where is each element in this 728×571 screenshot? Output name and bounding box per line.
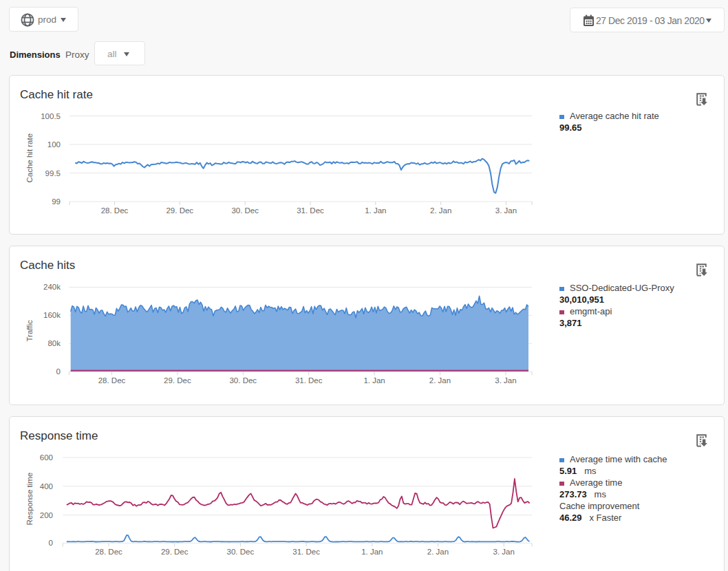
svg-text:1. Jan: 1. Jan xyxy=(361,548,383,556)
svg-text:30. Dec: 30. Dec xyxy=(229,376,257,385)
svg-text:600: 600 xyxy=(40,453,53,462)
svg-text:99.5: 99.5 xyxy=(45,169,61,177)
svg-text:Response time: Response time xyxy=(25,473,34,526)
svg-text:160k: 160k xyxy=(43,311,61,319)
svg-text:240k: 240k xyxy=(43,283,61,291)
svg-text:3. Jan: 3. Jan xyxy=(493,548,515,556)
svg-text:400: 400 xyxy=(40,482,53,491)
svg-text:100: 100 xyxy=(47,140,61,149)
svg-text:99: 99 xyxy=(52,197,61,206)
svg-text:1. Jan: 1. Jan xyxy=(365,206,386,215)
svg-text:3. Jan: 3. Jan xyxy=(495,376,516,385)
svg-text:29. Dec: 29. Dec xyxy=(166,206,193,215)
svg-text:29. Dec: 29. Dec xyxy=(164,376,191,385)
svg-text:2. Jan: 2. Jan xyxy=(429,376,451,385)
svg-text:Traffic: Traffic xyxy=(25,320,34,342)
svg-text:31. Dec: 31. Dec xyxy=(297,206,324,215)
svg-text:1. Jan: 1. Jan xyxy=(363,376,385,385)
svg-text:100.5: 100.5 xyxy=(41,112,61,120)
svg-text:29. Dec: 29. Dec xyxy=(161,548,189,556)
svg-text:Cache hit rate: Cache hit rate xyxy=(25,133,34,183)
svg-text:30. Dec: 30. Dec xyxy=(231,206,259,215)
svg-text:31. Dec: 31. Dec xyxy=(292,548,320,556)
svg-text:3. Jan: 3. Jan xyxy=(495,206,517,215)
svg-text:2. Jan: 2. Jan xyxy=(427,548,449,556)
svg-text:28. Dec: 28. Dec xyxy=(101,206,129,215)
svg-text:28. Dec: 28. Dec xyxy=(95,548,122,556)
svg-text:30. Dec: 30. Dec xyxy=(227,548,255,556)
svg-text:2. Jan: 2. Jan xyxy=(430,206,451,215)
svg-text:28. Dec: 28. Dec xyxy=(98,376,126,385)
svg-text:200: 200 xyxy=(40,511,53,519)
svg-text:0: 0 xyxy=(49,539,53,547)
svg-text:0: 0 xyxy=(56,367,61,376)
svg-text:31. Dec: 31. Dec xyxy=(295,376,323,385)
svg-text:80k: 80k xyxy=(47,339,61,347)
